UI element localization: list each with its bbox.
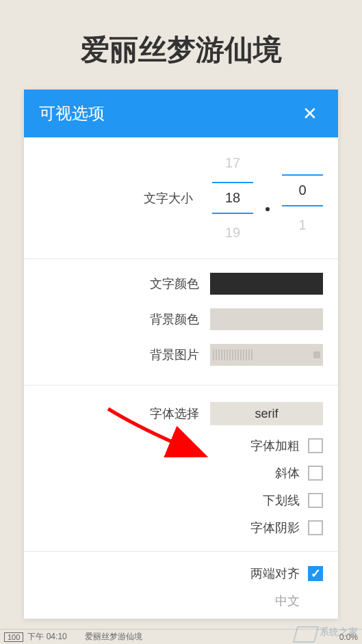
bg-color-label: 背景颜色 xyxy=(150,311,199,327)
close-button[interactable]: ✕ xyxy=(297,102,323,125)
visual-options-dialog: 可视选项 ✕ 文字大小 17 18 19 0 1 文字颜色 xyxy=(24,90,338,619)
text-size-label: 文字大小 xyxy=(144,190,193,206)
status-time: 下午 04:10 xyxy=(27,631,66,643)
bg-image-label: 背景图片 xyxy=(150,347,199,363)
size-minor-value[interactable]: 0 xyxy=(282,174,323,206)
text-color-swatch[interactable] xyxy=(210,273,323,295)
watermark: 系统之家 xyxy=(292,622,358,643)
dialog-header: 可视选项 ✕ xyxy=(24,90,338,137)
alignment-section: 两端对齐 中文 xyxy=(24,552,338,619)
battery-indicator: 100 xyxy=(4,632,23,642)
font-italic-checkbox[interactable] xyxy=(308,466,323,481)
text-color-label: 文字颜色 xyxy=(150,276,199,292)
bg-image-swatch[interactable] xyxy=(210,344,323,366)
dialog-title: 可视选项 xyxy=(39,103,105,124)
size-major-prev: 17 xyxy=(225,155,240,171)
text-size-picker[interactable]: 17 18 19 0 1 xyxy=(212,155,323,241)
size-minor-next: 1 xyxy=(298,217,306,233)
page-title: 爱丽丝梦游仙境 xyxy=(0,0,362,90)
size-major-value[interactable]: 18 xyxy=(212,182,253,214)
text-size-section: 文字大小 17 18 19 0 1 xyxy=(24,137,338,259)
font-section: 字体选择 serif 字体加粗 斜体 下划线 字体阴影 xyxy=(24,386,338,552)
justify-checkbox[interactable] xyxy=(308,566,323,581)
font-underline-checkbox[interactable] xyxy=(308,493,323,508)
font-select-label: 字体选择 xyxy=(150,405,199,422)
size-major-next: 19 xyxy=(225,225,240,241)
size-minor-picker[interactable]: 0 1 xyxy=(282,163,323,233)
colors-section: 文字颜色 背景颜色 背景图片 xyxy=(24,259,338,386)
size-major-picker[interactable]: 17 18 19 xyxy=(212,155,253,241)
justify-label: 两端对齐 xyxy=(250,565,300,582)
font-shadow-label: 字体阴影 xyxy=(250,520,300,536)
font-bold-label: 字体加粗 xyxy=(250,438,300,454)
bg-color-swatch[interactable] xyxy=(210,308,323,330)
font-shadow-checkbox[interactable] xyxy=(308,520,323,535)
chinese-label: 中文 xyxy=(275,593,300,609)
watermark-text: 系统之家 xyxy=(320,626,358,639)
font-select-dropdown[interactable]: serif xyxy=(210,402,323,425)
font-underline-label: 下划线 xyxy=(263,492,300,509)
status-book-title: 爱丽丝梦游仙境 xyxy=(85,631,142,643)
size-decimal-dot xyxy=(266,207,270,211)
font-italic-label: 斜体 xyxy=(275,465,300,481)
font-bold-checkbox[interactable] xyxy=(308,438,323,453)
watermark-logo-icon xyxy=(292,622,317,643)
